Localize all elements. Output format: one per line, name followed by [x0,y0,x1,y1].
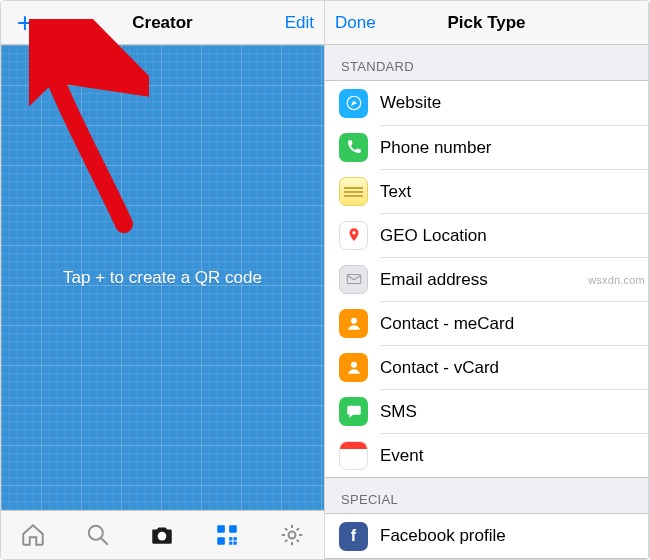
row-label: Phone number [380,138,634,158]
section-header-standard: Standard [325,45,648,80]
row-label: SMS [380,402,634,422]
svg-point-15 [351,362,357,368]
type-mecard[interactable]: Contact - meCard [325,301,648,345]
type-list[interactable]: Standard Website Phone number Text [325,45,648,559]
creator-canvas[interactable]: Tap + to create a QR code [1,45,324,510]
search-icon [85,522,111,548]
svg-rect-13 [347,275,361,284]
envelope-icon [339,265,368,294]
picktype-navbar: Done Pick Type [325,1,648,45]
section-header-special: Special [325,478,648,513]
type-geo[interactable]: GEO Location [325,213,648,257]
row-label: Text [380,182,634,202]
row-label: Website [380,93,634,113]
row-label: Contact - meCard [380,314,634,334]
contact-icon [339,309,368,338]
tab-home[interactable] [13,515,53,555]
row-label: GEO Location [380,226,634,246]
svg-point-12 [352,231,355,234]
creator-navbar: + Creator Edit [1,1,324,45]
row-label: Facebook profile [380,526,634,546]
svg-rect-7 [234,537,237,540]
type-event[interactable]: Event [325,433,648,477]
special-group: f Facebook profile [325,513,648,559]
qr-icon [214,522,240,548]
done-button[interactable]: Done [335,13,379,33]
tab-bar [1,510,324,559]
svg-rect-3 [217,525,225,533]
svg-rect-8 [229,542,232,545]
type-sms[interactable]: SMS [325,389,648,433]
type-website[interactable]: Website [325,81,648,125]
edit-button[interactable]: Edit [270,13,314,33]
svg-point-14 [351,318,357,324]
tab-qr[interactable] [207,515,247,555]
type-text[interactable]: Text [325,169,648,213]
svg-line-1 [101,538,108,545]
row-label: Contact - vCard [380,358,634,378]
facebook-icon: f [339,522,368,551]
phone-icon [339,133,368,162]
map-pin-icon [339,221,368,250]
notes-icon [339,177,368,206]
gear-icon [279,522,305,548]
chat-bubble-icon [339,397,368,426]
type-vcard[interactable]: Contact - vCard [325,345,648,389]
add-button[interactable]: + [11,9,39,37]
svg-rect-9 [234,542,237,545]
contact-icon [339,353,368,382]
svg-rect-6 [229,537,232,540]
row-label: Event [380,446,634,466]
tab-settings[interactable] [272,515,312,555]
svg-point-2 [158,532,167,541]
tab-search[interactable] [78,515,118,555]
type-phone[interactable]: Phone number [325,125,648,169]
camera-icon [149,522,175,548]
svg-rect-5 [217,537,225,545]
svg-rect-4 [229,525,237,533]
compass-icon [339,89,368,118]
watermark: wsxdn.com [588,274,645,286]
calendar-icon [339,441,368,470]
svg-point-0 [89,526,103,540]
svg-point-10 [288,532,295,539]
type-facebook[interactable]: f Facebook profile [325,514,648,558]
tab-camera[interactable] [142,515,182,555]
creator-pane: + Creator Edit Tap + to create a QR code [1,1,325,559]
creator-hint: Tap + to create a QR code [63,268,262,288]
home-icon [20,522,46,548]
